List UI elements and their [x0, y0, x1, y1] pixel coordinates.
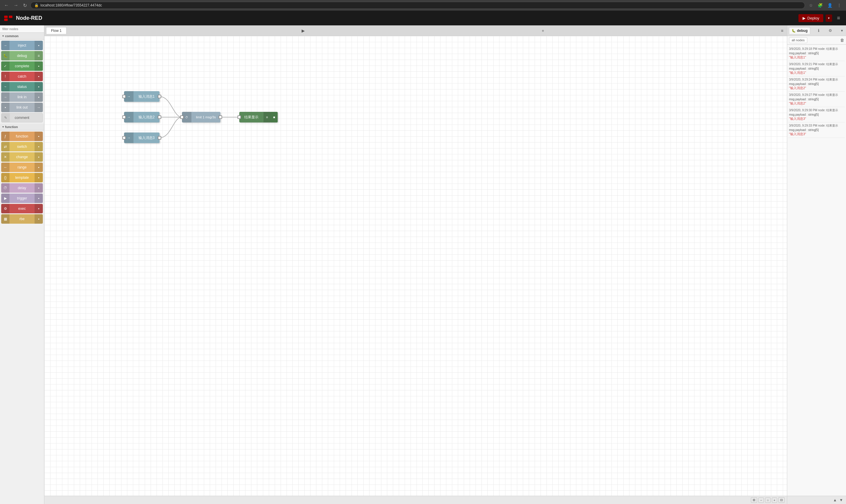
debug-msg-payload-1: msg.payload : string[5] [789, 67, 844, 70]
debug-msg-timestamp-1: 3/9/2020, 9:29:21 PM [789, 62, 817, 66]
forward-button[interactable]: → [13, 1, 19, 9]
input1-left-port[interactable] [122, 95, 126, 98]
node-status[interactable]: ~ status ▪ [1, 82, 43, 91]
trigger-right: ▪ [35, 194, 43, 203]
debug-message-1: 3/9/2020, 9:29:21 PM node: 结果显示 msg.payl… [789, 61, 845, 76]
input2-left-port[interactable] [122, 115, 126, 119]
limit-right-port[interactable] [219, 115, 222, 119]
filter-input[interactable] [0, 25, 44, 33]
switch-icon: ⇄ [1, 142, 10, 151]
reload-button[interactable]: ↻ [22, 1, 28, 10]
node-template[interactable]: {} template ▪ [1, 173, 43, 182]
limit-left-port[interactable] [180, 115, 184, 119]
canvas-node-input2[interactable]: → 输入消息2 [124, 112, 159, 123]
node-trigger[interactable]: ▶ trigger ▪ [1, 194, 43, 203]
debug-scroll-down-button[interactable]: ▼ [838, 497, 844, 503]
result-green-btn[interactable]: ■ [271, 112, 278, 123]
debug-msg-node-4: node: 结果显示 [818, 109, 838, 112]
minimap-button[interactable]: ⊟ [778, 497, 784, 503]
connections-svg [44, 36, 787, 496]
debug-msg-value-4: "输入消息3" [789, 116, 844, 121]
debug-msg-header-0: 3/9/2020, 9:29:18 PM node: 结果显示 [789, 47, 844, 51]
deploy-button[interactable]: ▶ Deploy [798, 14, 823, 22]
result-label: 结果显示 [239, 115, 263, 120]
clear-messages-button[interactable]: 🗑 [840, 38, 844, 42]
node-exec[interactable]: ⚙ exec ▪ [1, 204, 43, 213]
debug-panel: 🐛 debug ℹ ⚙ ▾ all nodes 🗑 3/9/2020, 9:29… [787, 25, 846, 504]
debug-right: ≡ [35, 51, 43, 60]
node-link-out[interactable]: ▪ link out → [1, 103, 43, 112]
sidebar-section-common[interactable]: ▾ common [0, 33, 44, 39]
more-button[interactable]: ⋮ [835, 2, 843, 9]
result-menu-btn[interactable]: ≡ [263, 112, 271, 123]
debug-msg-payload-5: msg.payload : string[5] [789, 128, 844, 132]
node-complete[interactable]: ✓ complete ▪ [1, 61, 43, 71]
limit-label: limit 1 msg/3s [191, 115, 220, 119]
debug-settings-button[interactable]: ⚙ [827, 27, 833, 34]
range-right: ▪ [35, 163, 43, 172]
add-tab-button[interactable]: + [540, 27, 546, 34]
url-text: localhost:1880/#flow/73554227.4474dc [40, 3, 102, 7]
profile-button[interactable]: 👤 [826, 2, 834, 9]
deploy-dropdown-button[interactable]: ▾ [826, 15, 832, 22]
input3-left-port[interactable] [122, 136, 126, 140]
result-left-port[interactable] [238, 115, 241, 119]
canvas-node-result[interactable]: 结果显示 ≡ ■ [239, 112, 278, 123]
flow-canvas[interactable]: → 输入消息1 → 输入消息2 → 输入消息3 [44, 36, 787, 496]
debug-tab[interactable]: 🐛 debug [789, 27, 810, 34]
input2-right-port[interactable] [158, 115, 161, 119]
debug-msg-value-2: "输入消息2" [789, 86, 844, 90]
fit-view-button[interactable]: ⊞ [751, 497, 757, 503]
input3-right-port[interactable] [158, 136, 161, 140]
debug-msg-payload-3: msg.payload : string[5] [789, 98, 844, 101]
complete-right: ▪ [35, 61, 43, 71]
node-link-in[interactable]: → link in ▪ [1, 92, 43, 102]
sidebar-section-function[interactable]: ▾ function [0, 124, 44, 130]
tab-list-button[interactable]: ≡ [779, 27, 785, 34]
input1-right-port[interactable] [158, 95, 161, 98]
range-icon: ↔ [1, 163, 10, 172]
lock-icon: 🔒 [34, 3, 39, 7]
node-delay[interactable]: ⏱ delay ▪ [1, 183, 43, 193]
address-bar[interactable]: 🔒 localhost:1880/#flow/73554227.4474dc [31, 2, 805, 9]
all-nodes-button[interactable]: all nodes [789, 37, 807, 43]
node-rbe[interactable]: ▦ rbe ▪ [1, 214, 43, 224]
back-button[interactable]: ← [3, 1, 10, 9]
deploy-icon: ▶ [802, 16, 806, 20]
extension-button[interactable]: 🧩 [816, 2, 825, 9]
node-catch[interactable]: ! catch ▪ [1, 72, 43, 81]
main-content: ▾ common → inject ▪ 🐛 debug ≡ ✓ complete… [0, 25, 846, 504]
input1-label: 输入消息1 [134, 94, 159, 99]
svg-rect-1 [9, 16, 13, 18]
node-function[interactable]: ƒ function ▪ [1, 132, 43, 141]
sidebar: ▾ common → inject ▪ 🐛 debug ≡ ✓ complete… [0, 25, 44, 504]
debug-msg-value-1: "输入消息1" [789, 71, 844, 75]
node-change[interactable]: ✕ change ▪ [1, 152, 43, 162]
node-inject[interactable]: → inject ▪ [1, 41, 43, 50]
run-flow-button[interactable]: ▶ [300, 27, 307, 34]
debug-toolbar: all nodes 🗑 [787, 36, 846, 44]
node-comment[interactable]: ✎ comment [1, 113, 43, 123]
debug-info-button[interactable]: ℹ [817, 27, 821, 34]
bookmark-button[interactable]: ☆ [807, 2, 815, 9]
status-right: ▪ [35, 82, 43, 91]
tab-flow1[interactable]: Flow 1 [46, 27, 67, 34]
node-switch[interactable]: ⇄ switch ▪ [1, 142, 43, 151]
canvas-node-input3[interactable]: → 输入消息3 [124, 132, 159, 143]
canvas-node-limit[interactable]: ⏱ limit 1 msg/3s [182, 112, 220, 123]
section-arrow-function: ▾ [2, 125, 4, 128]
zoom-reset-button[interactable]: ○ [765, 498, 771, 503]
change-icon: ✕ [1, 152, 10, 162]
node-range[interactable]: ↔ range ▪ [1, 163, 43, 172]
browser-bar: ← → ↻ 🔒 localhost:1880/#flow/73554227.44… [0, 0, 846, 11]
zoom-in-button[interactable]: + [772, 498, 777, 503]
node-debug[interactable]: 🐛 debug ≡ [1, 51, 43, 60]
topbar-right: ▶ Deploy ▾ ≡ [798, 14, 843, 22]
menu-button[interactable]: ≡ [834, 14, 843, 22]
zoom-out-button[interactable]: − [758, 498, 764, 503]
debug-more-button[interactable]: ▾ [840, 27, 844, 34]
debug-msg-timestamp-4: 3/9/2020, 9:29:30 PM [789, 109, 817, 112]
debug-scroll-up-button[interactable]: ▲ [832, 497, 838, 503]
debug-msg-timestamp-0: 3/9/2020, 9:29:18 PM [789, 47, 817, 51]
canvas-node-input1[interactable]: → 输入消息1 [124, 91, 159, 102]
